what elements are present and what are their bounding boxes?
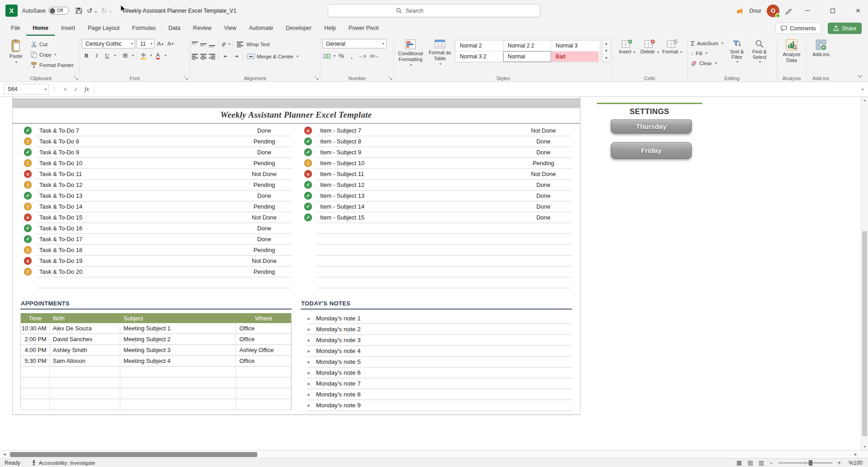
- alignment-dialog-launcher[interactable]: [315, 76, 319, 80]
- gallery-up-icon[interactable]: ▲: [603, 40, 610, 48]
- tab-formulas[interactable]: Formulas: [126, 21, 162, 36]
- scroll-down-icon[interactable]: ▼: [861, 445, 868, 449]
- format-painter-button[interactable]: Format Painter: [29, 60, 75, 70]
- note-row[interactable]: Monday's note 8: [301, 389, 572, 400]
- orientation-button[interactable]: ab: [220, 41, 227, 48]
- task-row[interactable]: ×Task & To-Do 15Not Done: [20, 212, 292, 223]
- tab-home[interactable]: Home: [26, 21, 55, 36]
- task-row[interactable]: !Task & To-Do 18Pending: [20, 245, 292, 256]
- close-button[interactable]: ×: [848, 0, 868, 21]
- maximize-button[interactable]: [823, 0, 843, 21]
- horizontal-scroll-thumb[interactable]: [10, 452, 257, 457]
- addins-button[interactable]: Add-ins: [808, 38, 834, 57]
- item-row[interactable]: ✓Item - Subject 9Done: [301, 147, 572, 158]
- note-row[interactable]: Monday's note 5: [301, 357, 572, 367]
- tab-developer[interactable]: Developer: [279, 21, 318, 36]
- save-icon[interactable]: [75, 7, 82, 14]
- item-row[interactable]: ×Item - Subject 11Not Done: [301, 169, 572, 180]
- cut-button[interactable]: Cut: [29, 39, 75, 49]
- user-name[interactable]: Onur: [749, 8, 761, 14]
- scroll-up-icon[interactable]: ▲: [861, 98, 868, 102]
- tab-data[interactable]: Data: [162, 21, 186, 36]
- day-button-friday[interactable]: Friday: [611, 142, 692, 159]
- task-row[interactable]: !Task & To-Do 20Pending: [20, 267, 292, 277]
- style-bad[interactable]: Bad: [551, 51, 599, 62]
- editing-pen-icon[interactable]: [785, 7, 792, 14]
- tab-power-pivot[interactable]: Power Pivot: [342, 21, 385, 36]
- zoom-out-icon[interactable]: −: [769, 460, 773, 466]
- style-normal-3[interactable]: Normal 3: [551, 40, 599, 51]
- tab-help[interactable]: Help: [318, 21, 342, 36]
- item-row[interactable]: ✓Item - Subject 8Done: [301, 136, 572, 147]
- excel-logo-icon[interactable]: X: [5, 5, 18, 17]
- underline-button[interactable]: U: [103, 51, 112, 60]
- tab-insert[interactable]: Insert: [55, 21, 81, 36]
- clipboard-dialog-launcher[interactable]: [74, 76, 78, 80]
- collapse-ribbon-icon[interactable]: [859, 71, 862, 79]
- task-row[interactable]: !Task & To-Do 8Pending: [20, 136, 292, 147]
- item-row[interactable]: ✓Item - Subject 15Done: [301, 212, 572, 223]
- accessibility-status[interactable]: Accessibility: Investigate: [31, 460, 95, 466]
- task-row[interactable]: ✓Task & To-Do 13Done: [20, 191, 292, 201]
- scroll-right-icon[interactable]: ►: [854, 452, 858, 457]
- zoom-level[interactable]: %100: [846, 460, 863, 466]
- item-row[interactable]: ✓Item - Subject 14Done: [301, 201, 572, 212]
- horizontal-scrollbar[interactable]: ◄ ►: [0, 450, 868, 458]
- worksheet[interactable]: Weekly Assistant Planner Excel Template …: [0, 97, 868, 450]
- number-format-select[interactable]: General▾: [322, 39, 387, 48]
- note-row[interactable]: Monday's note 9: [301, 400, 572, 411]
- task-row[interactable]: ✓Task & To-Do 9Done: [20, 147, 292, 158]
- align-right-icon[interactable]: [209, 53, 216, 60]
- task-row[interactable]: ✓Task & To-Do 7Done: [20, 125, 292, 136]
- increase-decimal-button[interactable]: ←.0: [358, 51, 367, 61]
- minimize-button[interactable]: [797, 0, 817, 21]
- zoom-slider-thumb[interactable]: [809, 460, 812, 466]
- tab-review[interactable]: Review: [187, 21, 218, 36]
- font-color-button[interactable]: A: [153, 51, 162, 60]
- percent-style-button[interactable]: %: [337, 51, 346, 61]
- formula-input[interactable]: [94, 84, 857, 95]
- appointment-row[interactable]: 2:00 PMDavid SanchesMeeting Subject 2Off…: [21, 334, 291, 345]
- fill-color-button[interactable]: [139, 51, 148, 60]
- scroll-left-icon[interactable]: ◄: [2, 452, 7, 457]
- item-row[interactable]: ✓Item - Subject 13Done: [301, 191, 572, 201]
- appointment-row[interactable]: 10:30 AMAlex De SouzaMeeting Subject 1Of…: [21, 323, 291, 334]
- analyze-data-button[interactable]: Analyze Data: [779, 38, 804, 63]
- task-row[interactable]: !Task & To-Do 10Pending: [20, 158, 292, 169]
- gallery-down-icon[interactable]: ▼: [603, 48, 610, 55]
- expand-formula-bar-icon[interactable]: ▾: [862, 87, 863, 91]
- redo-button[interactable]: ↻▾: [101, 7, 111, 15]
- decrease-decimal-button[interactable]: .00→: [368, 51, 380, 61]
- increase-font-button[interactable]: A▲: [156, 39, 165, 48]
- vertical-scrollbar[interactable]: ▲ ▼: [861, 97, 868, 450]
- day-button-thursday[interactable]: Thursday: [611, 119, 692, 133]
- paste-dropdown[interactable]: ▾: [15, 60, 17, 64]
- sort-filter-button[interactable]: Sort & Filter▾: [726, 38, 748, 64]
- font-family-select[interactable]: Century Gothic▾: [82, 39, 135, 48]
- comma-style-button[interactable]: ,: [347, 51, 356, 61]
- note-row[interactable]: Monday's note 4: [301, 346, 572, 357]
- paste-button[interactable]: Paste ▾: [4, 38, 28, 64]
- format-cells-button[interactable]: Format ▾: [661, 38, 683, 55]
- tab-view[interactable]: View: [218, 21, 243, 36]
- note-row[interactable]: Monday's note 6: [301, 367, 572, 378]
- align-center-icon[interactable]: [200, 53, 208, 60]
- appointment-row[interactable]: 5:30 PMSam AllosonMeeting Subject 4Offic…: [21, 356, 291, 367]
- middle-align-icon[interactable]: [200, 41, 208, 48]
- clear-button[interactable]: Clear▾: [689, 58, 725, 68]
- note-row[interactable]: Monday's note 3: [301, 335, 572, 346]
- decrease-indent-button[interactable]: ⇤: [221, 52, 230, 61]
- tab-file[interactable]: File: [5, 21, 26, 36]
- italic-button[interactable]: I: [92, 51, 101, 60]
- undo-button[interactable]: ↺▾: [87, 7, 97, 15]
- zoom-in-icon[interactable]: +: [838, 460, 841, 466]
- task-row[interactable]: ✓Task & To-Do 16Done: [20, 223, 292, 234]
- page-layout-view-icon[interactable]: ▤: [747, 459, 753, 466]
- search-box[interactable]: Search: [328, 4, 540, 17]
- borders-button[interactable]: ⊞: [121, 51, 130, 60]
- increase-indent-button[interactable]: ⇥: [231, 52, 241, 61]
- item-row[interactable]: ✓Item - Subject 12Done: [301, 180, 572, 191]
- accounting-format-button[interactable]: [322, 51, 331, 61]
- font-size-select[interactable]: 11▾: [137, 39, 155, 48]
- name-box-dropdown-icon[interactable]: ▾: [45, 87, 47, 91]
